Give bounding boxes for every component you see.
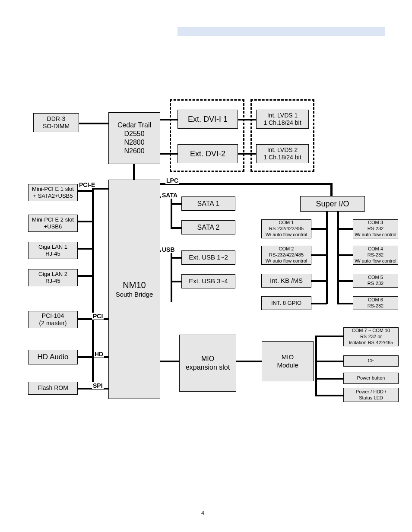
text: Ext. USB 1~2 [189, 253, 228, 262]
line [235, 361, 263, 362]
line [315, 336, 345, 337]
line [315, 395, 345, 396]
line [159, 361, 181, 362]
block-com1: COM 1 RS-232/422/485 W/ auto flow contro… [261, 219, 311, 238]
text: Giga LAN 1 RJ-45 [38, 244, 67, 258]
line [311, 228, 327, 230]
line [326, 211, 328, 304]
block-statusled: Power / HDD / Status LED [343, 388, 399, 402]
line [337, 228, 354, 230]
text: Super I/O [316, 199, 349, 209]
text: PCI-104 (2 master) [39, 312, 67, 327]
block-usb12: Ext. USB 1~2 [181, 250, 235, 265]
text: Flash ROM [38, 384, 68, 392]
line [337, 280, 354, 282]
bus-label-spi: SPI [92, 382, 104, 389]
text: COM 4 RS-232 W/ auto flow control [355, 246, 396, 264]
block-cpu: Cedar Trail D2550 N2800 N2600 [108, 112, 160, 164]
bus-label-usb: USB [161, 246, 176, 253]
header-bar [177, 27, 385, 36]
text: COM 5 RS-232 [368, 275, 383, 287]
line [92, 188, 94, 389]
line [315, 361, 345, 362]
text: Ext. DVI-2 [190, 149, 225, 159]
block-minipcie1: Mini-PCI E 1 slot + SATA2+USB5 [28, 184, 78, 201]
line [337, 254, 354, 256]
line [77, 190, 93, 192]
text: COM 3 RS-232 W/ auto flow control [355, 220, 396, 238]
block-com3: COM 3 RS-232 W/ auto flow control [353, 219, 398, 238]
text: HD Audio [38, 352, 69, 361]
block-lvds1: Int. LVDS 1 1 Ch.18/24 bit [256, 110, 309, 129]
text: Mini-PCI E 2 slot +USB6 [32, 216, 74, 231]
bus-label-sata: SATA [161, 192, 178, 199]
text: COM 6 RS-232 [368, 297, 383, 309]
text: Power button [357, 375, 385, 381]
block-hdaudio: HD Audio [28, 350, 78, 364]
block-diagram: DDR-3 SO-DIMM Cedar Trail D2550 N2800 N2… [28, 99, 399, 410]
bus-label-lpc: LPC [165, 177, 179, 184]
block-com2: COM 2 RS-232/422/485 W/ auto flow contro… [261, 246, 311, 265]
line [77, 275, 93, 277]
bus-label-pci: PCI [92, 313, 104, 320]
block-dvi1: Ext. DVI-I 1 [177, 110, 238, 129]
text: South Bridge [116, 291, 153, 299]
block-nm10: NM10 South Bridge [108, 180, 160, 399]
line [159, 183, 333, 185]
page-number: 4 [201, 510, 204, 516]
line [133, 164, 135, 181]
line [311, 254, 327, 256]
text: NM10 [123, 280, 146, 291]
block-minipcie2: Mini-PCI E 2 slot +USB6 [28, 215, 78, 232]
block-mio-slot: MIO expansion slot [179, 335, 236, 392]
block-dvi2: Ext. DVI-2 [177, 144, 238, 163]
text: Giga LAN 2 RJ-45 [38, 271, 67, 285]
text: SATA 1 [197, 200, 220, 208]
block-mio-module: MIO Module [262, 341, 314, 381]
text: MIO Module [277, 353, 298, 370]
text: Ext. DVI-I 1 [188, 114, 228, 124]
text: Mini-PCI E 1 slot + SATA2+USB5 [32, 186, 74, 200]
block-powerbutton: Power button [343, 373, 399, 384]
text: COM 1 RS-232/422/485 W/ auto flow contro… [266, 220, 307, 238]
bus-label-pcie: PCI-E [78, 181, 96, 188]
line [315, 378, 345, 380]
line [337, 211, 339, 304]
block-superio: Super I/O [300, 196, 365, 212]
line [330, 183, 333, 196]
text: Int. LVDS 2 1 Ch.18/24 bit [263, 146, 301, 162]
text: DDR-3 SO-DIMM [43, 115, 70, 130]
block-com6: COM 6 RS-232 [353, 296, 398, 310]
text: COM 7 ~ COM 10 RS-232 or Isolation RS-42… [349, 328, 393, 345]
line [311, 303, 327, 304]
line [171, 196, 172, 229]
block-sata1: SATA 1 [181, 196, 235, 211]
block-cf: CF [343, 355, 399, 367]
line [315, 336, 317, 396]
block-gpio: INT. 8 GPIO [261, 296, 311, 310]
bus-label-hd: HD [94, 351, 104, 358]
line [337, 303, 354, 304]
block-kbms: Int. KB /MS [261, 274, 311, 288]
text: Ext. USB 3~4 [189, 277, 228, 285]
text: Int. KB /MS [270, 277, 303, 285]
block-lan2: Giga LAN 2 RJ-45 [28, 269, 78, 286]
text: Power / HDD / Status LED [356, 389, 386, 401]
text: Cedar Trail D2550 N2800 N2600 [117, 121, 151, 155]
block-sata2: SATA 2 [181, 220, 235, 234]
block-ddr3: DDR-3 SO-DIMM [33, 113, 79, 132]
text: MIO expansion slot [186, 355, 230, 372]
block-flashrom: Flash ROM [28, 382, 78, 395]
block-lvds2: Int. LVDS 2 1 Ch.18/24 bit [256, 144, 309, 163]
line [79, 123, 110, 124]
text: INT. 8 GPIO [271, 300, 301, 307]
block-com4: COM 4 RS-232 W/ auto flow control [353, 246, 398, 265]
block-com5: COM 5 RS-232 [353, 274, 398, 288]
text: CF [368, 358, 374, 364]
text: Int. LVDS 1 1 Ch.18/24 bit [263, 112, 301, 127]
block-usb34: Ext. USB 3~4 [181, 274, 235, 288]
block-pci104: PCI-104 (2 master) [28, 311, 78, 328]
text: SATA 2 [197, 223, 220, 232]
text: COM 2 RS-232/422/485 W/ auto flow contro… [266, 246, 307, 264]
block-lan1: Giga LAN 1 RJ-45 [28, 242, 78, 259]
